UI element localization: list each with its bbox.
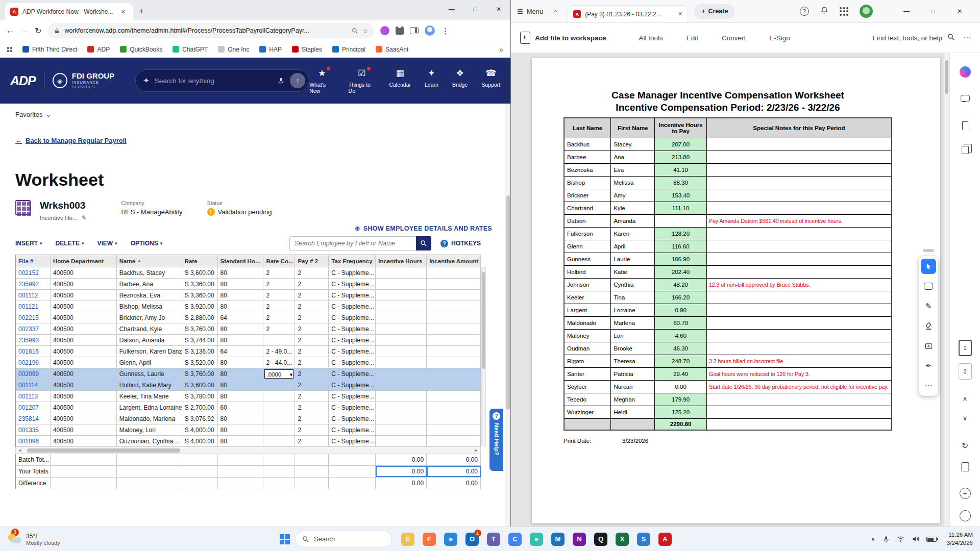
maximize-button[interactable]: □ xyxy=(463,0,487,18)
search-submit-icon[interactable]: ↑ xyxy=(290,73,305,88)
rate-code-cell[interactable] xyxy=(263,380,295,390)
rate-code-cell[interactable]: 2 xyxy=(263,290,295,300)
incentive-amount-cell[interactable] xyxy=(427,312,481,323)
incentive-amount-cell[interactable] xyxy=(427,323,481,334)
employee-search-input[interactable] xyxy=(289,236,416,251)
column-header-name[interactable]: Name▲ xyxy=(117,255,182,267)
table-row[interactable]: 235992 400500 Barbee, Ana S 3,360.00 80 … xyxy=(16,279,481,290)
rate-code-cell[interactable] xyxy=(263,391,295,402)
incentive-amount-cell[interactable] xyxy=(427,391,481,402)
rate-code-cell[interactable] xyxy=(263,335,295,345)
zoom-in-icon[interactable]: + xyxy=(960,488,971,499)
table-row[interactable]: 002337 400500 Chartrand, Kyle S 3,760.00… xyxy=(16,323,481,335)
file-number-link[interactable]: 235992 xyxy=(16,279,51,289)
bookmark-item[interactable]: ADP xyxy=(87,46,110,53)
acrobat-tool-tab[interactable]: Edit xyxy=(687,34,698,42)
adp-nav-item[interactable]: Learn xyxy=(425,68,438,94)
fit-page-icon[interactable] xyxy=(961,462,969,471)
adp-nav-item[interactable]: What's New xyxy=(309,68,334,94)
column-header-incentive-hours[interactable]: Incentive Hours xyxy=(376,255,427,267)
new-tab-button[interactable]: + xyxy=(139,6,144,16)
rotate-page-icon[interactable]: ↻ xyxy=(962,441,968,450)
file-number-link[interactable]: 002215 xyxy=(16,312,51,323)
page-scrollbar[interactable] xyxy=(505,104,510,527)
file-number-link[interactable]: 001114 xyxy=(16,380,51,390)
taskbar-search[interactable]: Search xyxy=(295,531,392,547)
notifications-bell-icon[interactable] xyxy=(820,6,828,16)
highlight-tool-icon[interactable] xyxy=(921,318,936,334)
table-row[interactable]: 002152 400500 Backhus, Stacey S 3,600.00… xyxy=(16,267,481,279)
rate-code-cell[interactable]: 2 - 44.0... xyxy=(263,357,295,368)
incentive-hours-cell[interactable] xyxy=(376,357,427,368)
tab-close-icon[interactable]: ✕ xyxy=(119,8,128,16)
incentive-hours-cell[interactable] xyxy=(376,380,427,390)
draw-tool-icon[interactable]: ✎ xyxy=(921,298,936,314)
incentive-hours-cell[interactable] xyxy=(376,279,427,289)
add-file-button[interactable]: Add file to workspace xyxy=(520,32,606,44)
rate-code-cell[interactable] xyxy=(263,436,295,446)
page-thumbnail-2[interactable]: 2 xyxy=(959,363,972,380)
acrobat-scrollbar[interactable] xyxy=(944,53,949,527)
incentive-hours-cell[interactable] xyxy=(376,312,427,323)
bookmark-item[interactable]: ChatGPT xyxy=(173,46,208,53)
browser-profile-avatar[interactable] xyxy=(425,26,435,36)
forward-button[interactable]: → xyxy=(20,26,29,35)
comment-tool-icon[interactable] xyxy=(921,279,936,294)
acrobat-profile-avatar[interactable] xyxy=(860,5,873,18)
rate-code-cell[interactable]: 2 xyxy=(263,267,295,278)
close-button[interactable]: ✕ xyxy=(487,0,510,18)
table-row[interactable]: 001114 400500 Holbird, Katie Mary S 3,60… xyxy=(16,380,481,391)
file-number-link[interactable]: 235993 xyxy=(16,335,51,345)
show-employee-details-link[interactable]: ⊕ SHOW EMPLOYEE DETAILS AND RATES xyxy=(15,224,492,232)
acrobat-maximize-button[interactable]: □ xyxy=(920,8,946,15)
taskbar-app-icon[interactable]: X xyxy=(611,528,633,550)
tray-battery-icon[interactable] xyxy=(926,537,937,542)
edit-pencil-icon[interactable]: ✎ xyxy=(82,214,87,221)
scrollbar-thumb[interactable] xyxy=(27,448,180,453)
file-number-link[interactable]: 001121 xyxy=(16,301,51,312)
bookmark-item[interactable]: Staples xyxy=(292,46,322,53)
select-tool-icon[interactable] xyxy=(921,259,936,274)
incentive-amount-cell[interactable] xyxy=(427,357,481,368)
file-number-link[interactable]: 001112 xyxy=(16,290,51,300)
bookmarks-overflow-icon[interactable]: » xyxy=(499,45,503,54)
acrobat-menu-button[interactable]: ☰ Menu xyxy=(517,8,543,15)
apps-grid-icon[interactable] xyxy=(7,47,12,52)
need-help-tab[interactable]: ? Need Help? xyxy=(489,409,503,471)
adp-nav-item[interactable]: Things to Do xyxy=(349,68,376,94)
taskbar-app-icon[interactable]: F xyxy=(419,528,440,550)
start-button-icon[interactable] xyxy=(280,534,290,544)
column-header-pay2[interactable]: Pay # 2 xyxy=(295,255,329,267)
incentive-hours-cell[interactable] xyxy=(376,301,427,312)
column-header-department[interactable]: Home Department xyxy=(51,255,117,267)
create-button[interactable]: + Create xyxy=(694,4,735,19)
incentive-hours-cell[interactable] xyxy=(376,391,427,402)
table-row[interactable]: 001112 400500 Beznoska, Eva S 3,360.00 8… xyxy=(16,290,481,301)
file-number-link[interactable]: 001096 xyxy=(16,436,51,446)
file-number-link[interactable]: 001113 xyxy=(16,391,51,402)
taskbar-app-icon[interactable]: Q xyxy=(590,528,611,550)
table-row[interactable]: 002196 400500 Glenn, April S 3,520.00 80… xyxy=(16,357,481,368)
hotkeys-link[interactable]: ? HOTKEYS xyxy=(440,240,481,247)
find-tools-button[interactable]: Find text, tools, or help xyxy=(872,33,955,42)
incentive-hours-cell[interactable] xyxy=(376,290,427,300)
incentive-amount-cell[interactable] xyxy=(427,402,481,413)
taskbar-app-icon[interactable]: C xyxy=(504,528,526,550)
incentive-hours-cell[interactable] xyxy=(376,436,427,446)
taskbar-app-icon[interactable]: T xyxy=(483,528,504,550)
file-number-link[interactable]: 001616 xyxy=(16,346,51,357)
pages-panel-icon[interactable] xyxy=(962,146,969,154)
incentive-amount-cell[interactable] xyxy=(427,346,481,357)
rate-code-cell[interactable]: .0000 xyxy=(263,368,295,379)
document-tab[interactable]: A (Pay 3) 01.23.26 - 03.22.2... ✕ xyxy=(568,5,688,22)
incentive-amount-cell[interactable] xyxy=(427,368,481,379)
tray-mic-icon[interactable] xyxy=(883,536,890,543)
incentive-amount-cell[interactable] xyxy=(427,267,481,278)
file-number-link[interactable]: 235814 xyxy=(16,413,51,424)
table-row[interactable]: 001207 400500 Largent, Edna Lorraine S 2… xyxy=(16,402,481,413)
comments-panel-icon[interactable] xyxy=(961,95,970,102)
taskbar-app-icon[interactable]: M xyxy=(547,528,569,550)
employee-search-button[interactable] xyxy=(416,236,431,251)
taskbar-app-icon[interactable]: A xyxy=(654,528,676,550)
bookmarks-panel-icon[interactable] xyxy=(962,121,968,130)
